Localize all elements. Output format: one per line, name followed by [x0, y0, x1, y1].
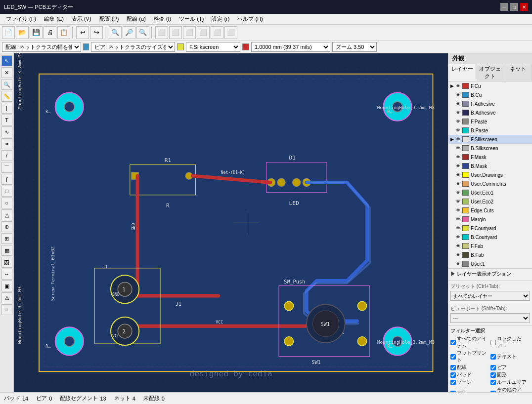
layer-options-toggle[interactable]: ▶ レイヤー表示オプション: [450, 271, 530, 278]
maximize-button[interactable]: □: [510, 3, 518, 11]
eye-ueco1[interactable]: 👁: [454, 190, 461, 196]
cb-shape[interactable]: [490, 372, 496, 378]
preset-select[interactable]: すべてのレイヤー: [450, 291, 530, 301]
tool-diff[interactable]: ≈: [1, 138, 12, 149]
layer-ueco1[interactable]: 👁 User.Eco1: [448, 188, 532, 197]
layer-bfab[interactable]: 👁 B.Fab: [448, 250, 532, 259]
tb-save[interactable]: 💾: [30, 26, 43, 39]
tool-bezier[interactable]: ∫: [1, 174, 12, 185]
eye-margin[interactable]: 👁: [454, 216, 461, 222]
tool-arc[interactable]: ⌒: [1, 162, 12, 173]
menu-view[interactable]: 表示 (V): [68, 14, 95, 24]
layer-bcu[interactable]: 👁 B.Cu: [448, 90, 532, 99]
tb-drill[interactable]: ⬜: [211, 26, 223, 39]
close-button[interactable]: ✕: [520, 3, 528, 11]
tab-layers[interactable]: レイヤー: [448, 64, 476, 81]
tool-dim[interactable]: ↔: [1, 269, 12, 280]
tool-poly[interactable]: △: [1, 209, 12, 220]
net-width-select[interactable]: 配線: ネットクラスの幅を使用: [2, 42, 81, 52]
eye-ffab[interactable]: 👁: [454, 243, 461, 249]
layer-bsilk[interactable]: 👁 B.Silkscreen: [448, 144, 532, 153]
viewport-select[interactable]: ---: [450, 313, 530, 323]
tool-fp[interactable]: ⊞: [1, 233, 12, 244]
eye-bcy[interactable]: 👁: [454, 234, 461, 240]
tool-text[interactable]: T: [1, 115, 12, 125]
layer-bmask[interactable]: 👁 B.Mask: [448, 162, 532, 170]
tool-image[interactable]: 🖼: [1, 257, 12, 268]
eye-fpaste[interactable]: 👁: [454, 119, 461, 124]
cb-via[interactable]: [490, 365, 496, 370]
tb-drc[interactable]: ⬜: [169, 26, 182, 39]
eye-bcu[interactable]: 👁: [454, 92, 461, 98]
layer-bpaste[interactable]: 👁 B.Paste: [448, 126, 532, 135]
tb-zoom-out[interactable]: 🔍: [136, 26, 149, 39]
grid-select[interactable]: 1.0000 mm (39.37 mils): [251, 42, 330, 52]
tb-undo[interactable]: ↩: [76, 26, 89, 39]
tool-rect[interactable]: □: [1, 186, 12, 197]
tb-print[interactable]: 🖨: [44, 26, 56, 39]
layer-margin[interactable]: 👁 Margin: [448, 215, 532, 224]
layer-fmask[interactable]: 👁 F.Mask: [448, 153, 532, 162]
cb-rule-area[interactable]: [490, 380, 496, 385]
eye-edgecuts[interactable]: 👁: [454, 207, 461, 213]
tb-redo[interactable]: ↪: [90, 26, 103, 39]
eye-bpaste[interactable]: 👁: [454, 127, 461, 133]
layer-ueco2[interactable]: 👁 User.Eco2: [448, 197, 532, 206]
via-size-select[interactable]: ビア: ネットクラスのサイズを使用: [91, 42, 175, 52]
layer-fcu[interactable]: ▶ 👁 F.Cu: [448, 81, 532, 90]
menu-place[interactable]: 配置 (P): [95, 14, 123, 24]
layer-badh[interactable]: 👁 B.Adhesive: [448, 108, 532, 117]
menu-inspect[interactable]: 検査 (I): [150, 14, 175, 24]
layer-ffab[interactable]: 👁 F.Fab: [448, 242, 532, 250]
tool-drc[interactable]: ⚠: [1, 292, 12, 303]
layer-fsilk[interactable]: ▶ 👁 F.Silkscreen: [448, 135, 532, 144]
layer-ucomm[interactable]: 👁 User.Comments: [448, 179, 532, 188]
layer-udraw[interactable]: 👁 User.Drawings: [448, 170, 532, 179]
menu-tools[interactable]: ツール (T): [175, 14, 208, 24]
eye-ucomm[interactable]: 👁: [454, 181, 461, 187]
cb-text[interactable]: [490, 354, 496, 360]
tool-x[interactable]: ✕: [1, 67, 12, 78]
menu-edit[interactable]: 編集 (E): [40, 14, 68, 24]
eye-user1[interactable]: 👁: [454, 261, 461, 267]
eye-bfab[interactable]: 👁: [454, 252, 461, 258]
layer-select[interactable]: F.Silkscreen: [186, 42, 240, 52]
eye-fcy[interactable]: 👁: [454, 225, 461, 231]
tool-rule[interactable]: |: [1, 103, 12, 114]
eye-fcu[interactable]: 👁: [454, 83, 461, 89]
eye-ueco2[interactable]: 👁: [454, 199, 461, 204]
menu-settings[interactable]: 設定 (r): [208, 14, 233, 24]
menu-help[interactable]: ヘルプ (H): [233, 14, 266, 24]
menu-route[interactable]: 配線 (u): [123, 14, 150, 24]
cb-footprint[interactable]: [450, 354, 456, 360]
tb-3d[interactable]: ⬜: [183, 26, 196, 39]
tool-route[interactable]: ∿: [1, 126, 12, 137]
eye-bmask[interactable]: 👁: [454, 163, 461, 169]
tb-copy[interactable]: 📋: [57, 26, 70, 39]
eye-fsilk[interactable]: 👁: [454, 136, 461, 142]
tb-zoom-fit[interactable]: 🔍: [109, 26, 122, 39]
tb-new[interactable]: 📄: [2, 26, 15, 39]
tool-inspect[interactable]: 🔍: [1, 79, 12, 90]
zoom-select[interactable]: ズーム 3.50: [332, 42, 377, 52]
tb-zoom-in[interactable]: 🔎: [123, 26, 135, 39]
layer-fcy[interactable]: 👁 F.Courtyard: [448, 224, 532, 233]
cb-other[interactable]: [490, 391, 496, 393]
tb-bom[interactable]: ⬜: [224, 26, 237, 39]
eye-fmask[interactable]: 👁: [454, 154, 461, 160]
cb-trace[interactable]: [450, 365, 456, 370]
tool-line[interactable]: /: [1, 150, 12, 161]
tb-gerber[interactable]: ⬜: [197, 26, 210, 39]
cb-pad[interactable]: [450, 372, 456, 378]
cb-zone[interactable]: [450, 380, 456, 385]
tb-open[interactable]: 📂: [16, 26, 29, 39]
layer-user1[interactable]: 👁 User.1: [448, 259, 532, 268]
layer-fpaste[interactable]: 👁 F.Paste: [448, 117, 532, 126]
tool-measure[interactable]: 📏: [1, 91, 12, 102]
cb-all-items[interactable]: [450, 340, 456, 345]
eye-badh[interactable]: 👁: [454, 110, 461, 116]
tool-scripting[interactable]: ≡: [1, 304, 12, 315]
layer-fadh[interactable]: 👁 F.Adhesive: [448, 99, 532, 108]
tab-objects[interactable]: オブジェクト: [476, 64, 504, 81]
menu-file[interactable]: ファイル (F): [2, 14, 40, 24]
